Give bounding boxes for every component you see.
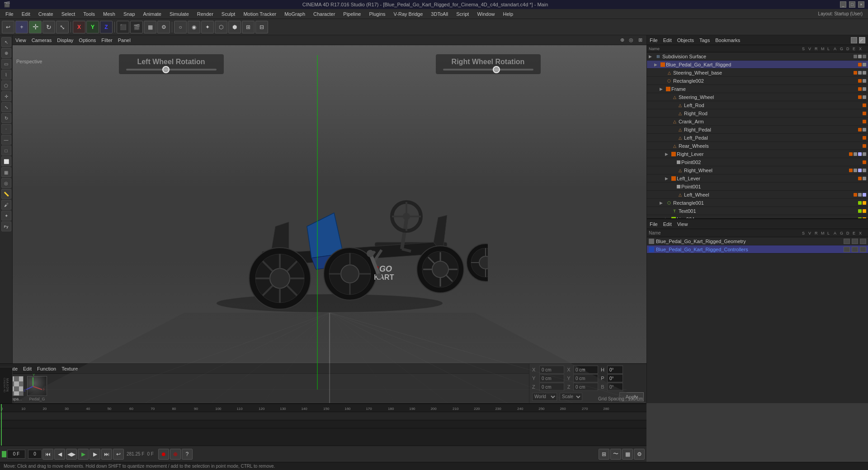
tool7[interactable]: ✦ [201,21,214,33]
tool-sculpt[interactable]: ✦ [1,211,11,221]
tool-polys[interactable]: □ [1,146,11,155]
record-button[interactable]: ⏺ [158,449,169,460]
content-row-controllers[interactable]: Blue_Pedal_Go_Kart_Rigged_Controllers [647,245,868,254]
timeline-button[interactable]: ▦ [622,449,633,460]
menu-help[interactable]: Help [500,10,517,18]
tree-row[interactable]: ▶ ⬡ Rectangle002 [647,77,868,85]
go-to-end-button[interactable]: ⏭ [101,449,112,460]
menu-pipeline[interactable]: Pipeline [340,10,364,18]
render-settings-btn[interactable]: ⚙ [157,21,170,33]
render-region-btn[interactable]: ▦ [144,21,156,33]
tree-row[interactable]: ▶ △ Crank_Arm [647,118,868,126]
viewport-menu-panel[interactable]: Panel [118,38,131,43]
menu-motion-tracker[interactable]: Motion Tracker [240,10,280,18]
motion-path-button[interactable]: ⊞ [599,449,609,460]
tree-arrow[interactable]: ▶ [660,87,665,91]
tree-row[interactable]: ▶ Right_Lever [647,150,868,158]
tool-scale[interactable]: ⤡ [1,102,11,112]
step-back-button[interactable]: ◀ [54,449,65,460]
tree-row[interactable]: ▶ △ Steering_Wheel_base [647,69,868,77]
undo-button[interactable]: ↩ [2,21,14,33]
tree-row[interactable]: ▶ ⊞ Subdivision Surface [647,52,868,61]
tree-row[interactable]: ▶ Point001 [647,183,868,191]
menu-snap[interactable]: Snap [120,10,139,18]
tree-arrow[interactable]: ▶ [654,62,660,67]
z-axis-btn[interactable]: Z [100,21,113,33]
tree-row[interactable]: ▶ Blue_Pedal_Go_Kart_Rigged [647,61,868,69]
viewport-menu-options[interactable]: Options [79,38,96,43]
tree-arrow[interactable]: ▶ [665,176,670,181]
viewport-menu-filter[interactable]: Filter [101,38,112,43]
tool8[interactable]: ⬡ [215,21,227,33]
content-row-geometry[interactable]: Blue_Pedal_Go_Kart_Rigged_Geometry [647,237,868,245]
tool-points[interactable]: · [1,124,11,134]
menu-mograph[interactable]: MoGraph [281,10,309,18]
rotate-tool[interactable]: ↻ [42,21,55,33]
play-reverse-button[interactable]: ◀▶ [66,449,77,460]
menu-character[interactable]: Character [310,10,339,18]
tool-texture[interactable]: ▦ [1,167,11,177]
tree-row[interactable]: ▶ Point002 [647,158,868,166]
viewport-menu-view[interactable]: View [15,38,26,43]
menu-file[interactable]: File [2,10,17,18]
tree-row[interactable]: ▶ △ Right_Wheel [647,166,868,174]
tree-row[interactable]: ▶ △ Left_Pedal [647,134,868,142]
object-tree[interactable]: ▶ ⊞ Subdivision Surface ▶ Blue_Pedal_Go_… [647,52,868,218]
menu-render[interactable]: Render [193,10,217,18]
tree-row[interactable]: ▶ △ Rear_Wheels [647,142,868,150]
menu-animate[interactable]: Animate [140,10,165,18]
menu-tools[interactable]: Tools [80,10,99,18]
scale-tool[interactable]: ⤡ [56,21,69,33]
om-menu-file[interactable]: File [650,38,658,43]
viewport-icon-2[interactable]: ◎ [627,37,635,44]
cm-menu-file[interactable]: File [650,221,658,227]
go-to-start-button[interactable]: ⏮ [42,449,53,460]
menu-window[interactable]: Window [473,10,498,18]
tool-object[interactable]: ⬜ [1,156,11,166]
tool-paint[interactable]: 🖌 [1,200,11,210]
tree-row[interactable]: ▶ △ Steering_Wheel [647,93,868,101]
menu-select[interactable]: Select [58,10,79,18]
om-icon-2[interactable]: ✓ [859,37,865,43]
viewport[interactable]: View Cameras Display Options Filter Pane… [13,35,646,403]
tool-measure[interactable]: 📏 [1,189,11,199]
help-button[interactable]: ? [182,449,193,460]
om-menu-tags[interactable]: Tags [699,38,710,43]
start-frame-input[interactable] [7,450,25,459]
content-list[interactable]: Blue_Pedal_Go_Kart_Rigged_Geometry Blue_… [647,237,868,403]
viewport-menu-display[interactable]: Display [57,38,73,43]
tree-row[interactable]: ▶ △ Right_Pedal [647,126,868,134]
tree-row[interactable]: ▶ △ Left_Wheel [647,191,868,199]
options-btn[interactable]: ⚙ [634,449,645,460]
tree-arrow[interactable]: ▶ [665,217,670,219]
menu-create[interactable]: Create [35,10,57,18]
tree-row[interactable]: ▶ Frame [647,85,868,93]
tool9[interactable]: ⬢ [228,21,241,33]
cm-menu-edit[interactable]: Edit [663,221,672,227]
render-btn[interactable]: 🎬 [130,21,143,33]
tool-move[interactable]: ✛ [1,91,11,101]
tree-row[interactable]: ▶ T Text001 [647,207,868,215]
tree-row[interactable]: ▶ △ Right_Rod [647,109,868,118]
lasso-tool[interactable]: ⌇ [1,70,11,80]
y-axis-btn[interactable]: Y [86,21,99,33]
menu-vray[interactable]: V-Ray Bridge [390,10,427,18]
viewport-menu-cameras[interactable]: Cameras [32,38,52,43]
tree-row[interactable]: ▶ ⬡ Rectangle001 [647,199,868,207]
render-preview-btn[interactable]: ⬛ [117,21,129,33]
tool-rotate[interactable]: ↻ [1,113,11,123]
viewport-icon-1[interactable]: ⊕ [618,37,626,44]
tool5[interactable]: ○ [174,21,187,33]
tree-arrow[interactable]: ▶ [665,152,670,156]
new-object-button[interactable]: + [15,21,28,33]
viewport-icon-3[interactable]: ⊞ [637,37,644,44]
om-menu-bookmarks[interactable]: Bookmarks [715,38,740,43]
play-button[interactable]: ▶ [78,449,89,460]
tool6[interactable]: ◉ [188,21,200,33]
tree-arrow[interactable]: ▶ [649,54,654,59]
menu-mesh[interactable]: Mesh [99,10,119,18]
live-select-tool[interactable]: ⊕ [1,48,11,58]
tool11[interactable]: ⊟ [255,21,268,33]
x-axis-btn[interactable]: X [73,21,85,33]
minimize-button[interactable]: _ [840,1,846,8]
